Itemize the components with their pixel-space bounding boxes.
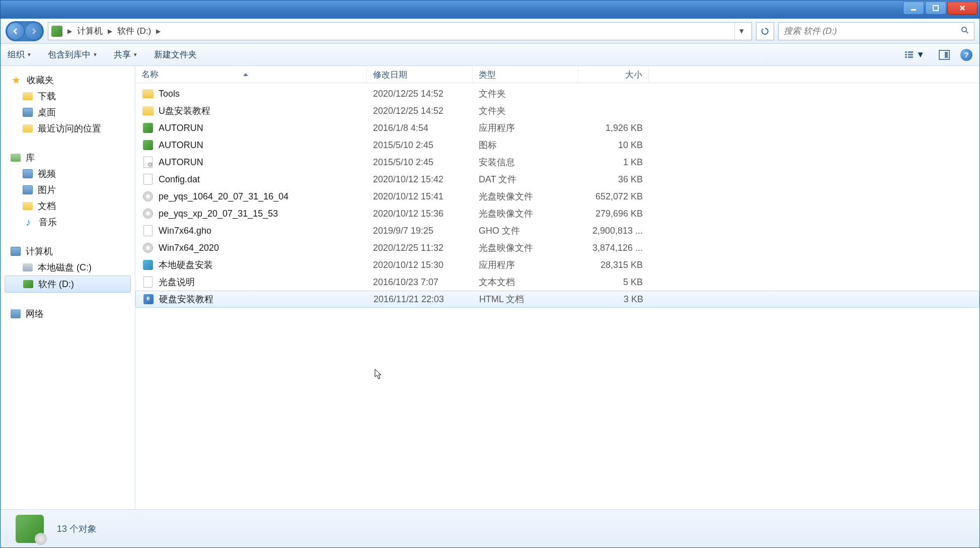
sidebar-network-group: 网络 bbox=[5, 306, 131, 322]
view-mode-button[interactable]: ▼ bbox=[900, 47, 928, 62]
network-icon bbox=[11, 309, 21, 318]
sidebar-item-pictures[interactable]: 图片 bbox=[5, 182, 131, 198]
maximize-button[interactable] bbox=[925, 2, 946, 15]
file-row[interactable]: Config.dat2020/10/12 15:42DAT 文件36 KB bbox=[135, 171, 979, 188]
dropdown-arrow-icon: ▼ bbox=[916, 50, 925, 60]
file-row[interactable]: Win7x64.gho2019/9/7 19:25GHO 文件2,900,813… bbox=[135, 222, 979, 239]
file-rows: Tools2020/12/25 14:52文件夹U盘安装教程2020/12/25… bbox=[135, 83, 979, 308]
column-header-type[interactable]: 类型 bbox=[473, 66, 578, 83]
svg-rect-5 bbox=[905, 54, 907, 55]
file-name: AUTORUN bbox=[159, 123, 203, 133]
share-menu[interactable]: 共享 ▼ bbox=[114, 49, 138, 60]
downloads-icon bbox=[23, 92, 33, 100]
address-dropdown[interactable]: ▾ bbox=[734, 23, 748, 40]
folder-icon bbox=[142, 105, 154, 116]
address-bar[interactable]: ▶ 计算机 ▶ 软件 (D:) ▶ ▾ bbox=[48, 22, 752, 40]
column-date-label: 修改日期 bbox=[373, 70, 407, 80]
sidebar-item-label: 文档 bbox=[38, 200, 56, 212]
file-row[interactable]: 光盘说明2016/10/23 7:07文本文档5 KB bbox=[135, 273, 979, 291]
toolbar: 组织 ▼ 包含到库中 ▼ 共享 ▼ 新建文件夹 ▼ bbox=[1, 44, 979, 66]
search-input[interactable] bbox=[784, 26, 957, 36]
nav-arrows bbox=[6, 21, 44, 41]
file-name: Config.dat bbox=[159, 174, 200, 185]
sidebar-item-label: 图片 bbox=[38, 184, 56, 196]
exe-icon bbox=[142, 122, 154, 133]
drive-icon bbox=[51, 26, 62, 37]
file-name: pe_yqs_xp_20_07_31_15_53 bbox=[159, 209, 278, 219]
svg-rect-4 bbox=[908, 51, 913, 53]
txt-icon bbox=[142, 277, 154, 288]
file-date: 2020/10/12 15:30 bbox=[367, 260, 473, 270]
sidebar-libraries-header[interactable]: 库 bbox=[5, 150, 131, 166]
sidebar-item-label: 视频 bbox=[38, 168, 56, 180]
sidebar-item-desktop[interactable]: 桌面 bbox=[5, 104, 131, 120]
sidebar-item-drive-d[interactable]: 软件 (D:) bbox=[5, 276, 131, 293]
breadcrumb-drive[interactable]: 软件 (D:) bbox=[117, 25, 151, 37]
music-icon: ♪ bbox=[23, 217, 34, 228]
search-box[interactable] bbox=[778, 22, 974, 40]
forward-arrow-icon bbox=[30, 27, 38, 35]
sidebar-item-label: 最近访问的位置 bbox=[38, 122, 101, 134]
sidebar-item-label: 软件 (D:) bbox=[38, 278, 74, 290]
help-button[interactable]: ? bbox=[960, 49, 972, 61]
svg-rect-8 bbox=[908, 56, 913, 58]
svg-rect-3 bbox=[905, 51, 907, 53]
file-name: U盘安装教程 bbox=[159, 105, 210, 117]
drive-c-icon bbox=[23, 263, 33, 271]
file-row[interactable]: AUTORUN2015/5/10 2:45图标10 KB bbox=[135, 136, 979, 154]
newfolder-label: 新建文件夹 bbox=[154, 49, 197, 60]
sidebar-network-header[interactable]: 网络 bbox=[5, 306, 131, 322]
column-header-size[interactable]: 大小 bbox=[578, 66, 649, 83]
include-library-menu[interactable]: 包含到库中 ▼ bbox=[48, 49, 98, 60]
file-date: 2015/5/10 2:45 bbox=[367, 157, 473, 168]
iso-icon bbox=[142, 191, 154, 202]
app-icon bbox=[142, 259, 154, 270]
file-row[interactable]: AUTORUN2015/5/10 2:45安装信息1 KB bbox=[135, 154, 979, 171]
file-size: 28,315 KB bbox=[578, 260, 649, 270]
file-name: 硬盘安装教程 bbox=[159, 293, 213, 305]
file-type: 光盘映像文件 bbox=[473, 208, 578, 220]
sidebar-item-downloads[interactable]: 下载 bbox=[5, 88, 131, 104]
preview-pane-button[interactable] bbox=[935, 47, 953, 62]
breadcrumb-sep-icon: ▶ bbox=[108, 28, 112, 35]
file-row[interactable]: pe_yqs_xp_20_07_31_15_532020/10/12 15:36… bbox=[135, 205, 979, 222]
file-name: Win7x64.gho bbox=[159, 226, 211, 236]
close-button[interactable] bbox=[947, 2, 977, 15]
file-size: 36 KB bbox=[578, 174, 649, 185]
forward-button[interactable] bbox=[25, 22, 43, 40]
sidebar-computer-header[interactable]: 计算机 bbox=[5, 243, 131, 259]
back-button[interactable] bbox=[7, 22, 25, 40]
include-label: 包含到库中 bbox=[48, 49, 91, 60]
sidebar-item-recent[interactable]: 最近访问的位置 bbox=[5, 120, 131, 136]
svg-rect-1 bbox=[933, 6, 938, 11]
breadcrumb-computer[interactable]: 计算机 bbox=[77, 25, 103, 37]
svg-point-2 bbox=[962, 27, 966, 32]
sidebar-item-documents[interactable]: 文档 bbox=[5, 198, 131, 214]
column-header-date[interactable]: 修改日期 bbox=[367, 66, 473, 83]
column-header-name[interactable]: 名称 bbox=[135, 66, 367, 83]
sidebar-item-label: 音乐 bbox=[39, 216, 57, 228]
file-row[interactable]: 硬盘安装教程2016/11/21 22:03HTML 文档3 KB bbox=[135, 291, 979, 308]
file-type: GHO 文件 bbox=[473, 225, 578, 237]
refresh-button[interactable] bbox=[756, 22, 774, 40]
file-size: 3,874,126 ... bbox=[578, 243, 649, 253]
sidebar-item-drive-c[interactable]: 本地磁盘 (C:) bbox=[5, 259, 131, 276]
titlebar bbox=[1, 1, 979, 19]
file-date: 2020/12/25 14:52 bbox=[367, 106, 473, 116]
sidebar-item-music[interactable]: ♪ 音乐 bbox=[5, 214, 131, 230]
file-date: 2019/9/7 19:25 bbox=[367, 226, 473, 236]
file-date: 2020/12/25 14:52 bbox=[367, 89, 473, 99]
file-row[interactable]: 本地硬盘安装2020/10/12 15:30应用程序28,315 KB bbox=[135, 256, 979, 273]
sidebar-item-videos[interactable]: 视频 bbox=[5, 166, 131, 182]
organize-menu[interactable]: 组织 ▼ bbox=[8, 49, 32, 60]
file-row[interactable]: AUTORUN2016/1/8 4:54应用程序1,926 KB bbox=[135, 119, 979, 136]
minimize-button[interactable] bbox=[903, 2, 924, 15]
file-row[interactable]: pe_yqs_1064_20_07_31_16_042020/10/12 15:… bbox=[135, 188, 979, 205]
new-folder-button[interactable]: 新建文件夹 bbox=[154, 49, 197, 60]
file-row[interactable]: Tools2020/12/25 14:52文件夹 bbox=[135, 85, 979, 102]
sidebar-libraries-group: 库 视频 图片 文档 ♪ 音乐 bbox=[5, 150, 131, 230]
sort-ascending-icon bbox=[243, 73, 248, 76]
sidebar-favorites-header[interactable]: ★ 收藏夹 bbox=[5, 72, 131, 88]
file-row[interactable]: U盘安装教程2020/12/25 14:52文件夹 bbox=[135, 102, 979, 119]
file-row[interactable]: Win7x64_20202020/12/25 11:32光盘映像文件3,874,… bbox=[135, 239, 979, 256]
